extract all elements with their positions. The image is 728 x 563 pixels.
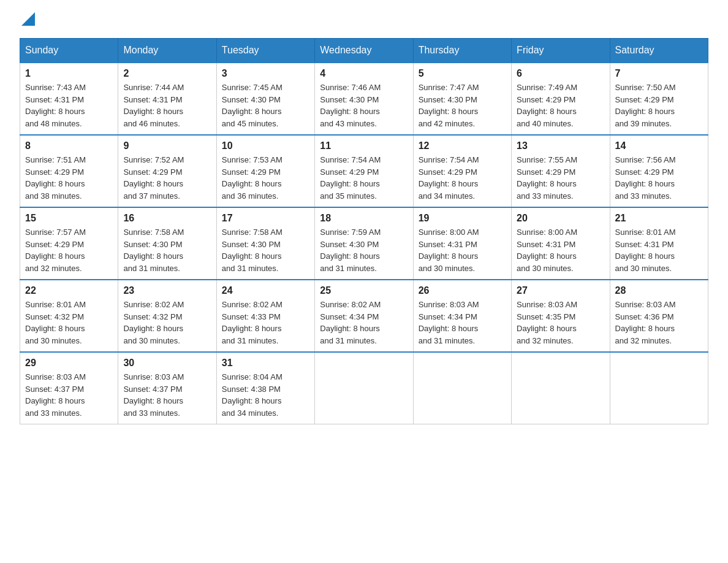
day-info: Sunrise: 8:01 AM Sunset: 4:31 PM Dayligh…: [615, 226, 703, 274]
calendar-day-cell: 14 Sunrise: 7:56 AM Sunset: 4:29 PM Dayl…: [610, 135, 708, 207]
day-info: Sunrise: 8:03 AM Sunset: 4:37 PM Dayligh…: [25, 371, 113, 419]
day-info: Sunrise: 8:00 AM Sunset: 4:31 PM Dayligh…: [419, 226, 506, 274]
day-info: Sunrise: 8:03 AM Sunset: 4:35 PM Dayligh…: [517, 299, 604, 347]
day-number: 30: [123, 358, 211, 369]
calendar-day-cell: 30 Sunrise: 8:03 AM Sunset: 4:37 PM Dayl…: [118, 352, 216, 424]
day-info: Sunrise: 7:43 AM Sunset: 4:31 PM Dayligh…: [25, 82, 113, 129]
calendar-day-cell: 8 Sunrise: 7:51 AM Sunset: 4:29 PM Dayli…: [20, 135, 118, 207]
calendar-day-cell: 21 Sunrise: 8:01 AM Sunset: 4:31 PM Dayl…: [610, 207, 708, 280]
calendar-day-cell: 17 Sunrise: 7:58 AM Sunset: 4:30 PM Dayl…: [216, 207, 314, 280]
day-info: Sunrise: 7:58 AM Sunset: 4:30 PM Dayligh…: [222, 226, 309, 274]
calendar-day-cell: 5 Sunrise: 7:47 AM Sunset: 4:30 PM Dayli…: [413, 63, 511, 135]
logo: [20, 15, 35, 26]
day-of-week-header: Saturday: [610, 39, 708, 63]
day-number: 1: [25, 68, 113, 79]
calendar-day-cell: [512, 352, 610, 424]
calendar-day-cell: 4 Sunrise: 7:46 AM Sunset: 4:30 PM Dayli…: [315, 63, 413, 135]
day-number: 18: [320, 213, 408, 224]
day-number: 5: [419, 68, 506, 79]
day-number: 13: [517, 140, 604, 151]
calendar-day-cell: 25 Sunrise: 8:02 AM Sunset: 4:34 PM Dayl…: [315, 280, 413, 352]
day-number: 26: [419, 285, 506, 296]
calendar-day-cell: 16 Sunrise: 7:58 AM Sunset: 4:30 PM Dayl…: [118, 207, 216, 280]
day-info: Sunrise: 7:59 AM Sunset: 4:30 PM Dayligh…: [320, 226, 408, 274]
day-number: 3: [222, 68, 309, 79]
calendar-day-cell: 29 Sunrise: 8:03 AM Sunset: 4:37 PM Dayl…: [20, 352, 118, 424]
day-number: 25: [320, 285, 408, 296]
day-number: 17: [222, 213, 309, 224]
day-number: 22: [25, 285, 113, 296]
day-number: 4: [320, 68, 408, 79]
day-info: Sunrise: 7:58 AM Sunset: 4:30 PM Dayligh…: [123, 226, 211, 274]
calendar-day-cell: 10 Sunrise: 7:53 AM Sunset: 4:29 PM Dayl…: [216, 135, 314, 207]
calendar-day-cell: 9 Sunrise: 7:52 AM Sunset: 4:29 PM Dayli…: [118, 135, 216, 207]
calendar-day-cell: 1 Sunrise: 7:43 AM Sunset: 4:31 PM Dayli…: [20, 63, 118, 135]
day-info: Sunrise: 8:01 AM Sunset: 4:32 PM Dayligh…: [25, 299, 113, 347]
calendar-day-cell: 26 Sunrise: 8:03 AM Sunset: 4:34 PM Dayl…: [413, 280, 511, 352]
day-info: Sunrise: 7:57 AM Sunset: 4:29 PM Dayligh…: [25, 226, 113, 274]
day-number: 21: [615, 213, 703, 224]
svg-marker-0: [21, 12, 35, 26]
calendar-day-cell: 27 Sunrise: 8:03 AM Sunset: 4:35 PM Dayl…: [512, 280, 610, 352]
day-number: 15: [25, 213, 113, 224]
calendar-day-cell: 11 Sunrise: 7:54 AM Sunset: 4:29 PM Dayl…: [315, 135, 413, 207]
calendar-day-cell: 24 Sunrise: 8:02 AM Sunset: 4:33 PM Dayl…: [216, 280, 314, 352]
day-of-week-header: Friday: [512, 39, 610, 63]
day-of-week-header: Tuesday: [216, 39, 314, 63]
day-info: Sunrise: 8:00 AM Sunset: 4:31 PM Dayligh…: [517, 226, 604, 274]
calendar-week-row: 1 Sunrise: 7:43 AM Sunset: 4:31 PM Dayli…: [20, 63, 708, 135]
calendar-day-cell: 28 Sunrise: 8:03 AM Sunset: 4:36 PM Dayl…: [610, 280, 708, 352]
day-info: Sunrise: 8:02 AM Sunset: 4:34 PM Dayligh…: [320, 299, 408, 347]
calendar-day-cell: 13 Sunrise: 7:55 AM Sunset: 4:29 PM Dayl…: [512, 135, 610, 207]
calendar-week-row: 8 Sunrise: 7:51 AM Sunset: 4:29 PM Dayli…: [20, 135, 708, 207]
day-number: 31: [222, 358, 309, 369]
calendar-day-cell: 15 Sunrise: 7:57 AM Sunset: 4:29 PM Dayl…: [20, 207, 118, 280]
calendar-week-row: 15 Sunrise: 7:57 AM Sunset: 4:29 PM Dayl…: [20, 207, 708, 280]
day-number: 9: [123, 140, 211, 151]
day-info: Sunrise: 7:46 AM Sunset: 4:30 PM Dayligh…: [320, 82, 408, 129]
calendar-day-cell: 22 Sunrise: 8:01 AM Sunset: 4:32 PM Dayl…: [20, 280, 118, 352]
day-number: 7: [615, 68, 703, 79]
calendar-day-cell: 3 Sunrise: 7:45 AM Sunset: 4:30 PM Dayli…: [216, 63, 314, 135]
page-header: [20, 15, 708, 26]
calendar-day-cell: 31 Sunrise: 8:04 AM Sunset: 4:38 PM Dayl…: [216, 352, 314, 424]
day-of-week-header: Sunday: [20, 39, 118, 63]
calendar-day-cell: 6 Sunrise: 7:49 AM Sunset: 4:29 PM Dayli…: [512, 63, 610, 135]
day-info: Sunrise: 7:47 AM Sunset: 4:30 PM Dayligh…: [419, 82, 506, 129]
day-number: 10: [222, 140, 309, 151]
day-info: Sunrise: 8:03 AM Sunset: 4:36 PM Dayligh…: [615, 299, 703, 347]
day-of-week-header: Thursday: [413, 39, 511, 63]
day-number: 27: [517, 285, 604, 296]
day-number: 12: [419, 140, 506, 151]
day-number: 14: [615, 140, 703, 151]
day-number: 6: [517, 68, 604, 79]
day-number: 29: [25, 358, 113, 369]
day-number: 23: [123, 285, 211, 296]
day-of-week-header: Monday: [118, 39, 216, 63]
day-info: Sunrise: 7:50 AM Sunset: 4:29 PM Dayligh…: [615, 82, 703, 129]
calendar-week-row: 22 Sunrise: 8:01 AM Sunset: 4:32 PM Dayl…: [20, 280, 708, 352]
day-info: Sunrise: 8:04 AM Sunset: 4:38 PM Dayligh…: [222, 371, 309, 419]
day-number: 16: [123, 213, 211, 224]
logo-triangle-icon: [21, 12, 35, 26]
calendar-day-cell: 18 Sunrise: 7:59 AM Sunset: 4:30 PM Dayl…: [315, 207, 413, 280]
calendar-day-cell: 19 Sunrise: 8:00 AM Sunset: 4:31 PM Dayl…: [413, 207, 511, 280]
day-info: Sunrise: 7:54 AM Sunset: 4:29 PM Dayligh…: [320, 154, 408, 202]
day-info: Sunrise: 7:53 AM Sunset: 4:29 PM Dayligh…: [222, 154, 309, 202]
day-number: 20: [517, 213, 604, 224]
day-info: Sunrise: 7:45 AM Sunset: 4:30 PM Dayligh…: [222, 82, 309, 129]
calendar-day-cell: 2 Sunrise: 7:44 AM Sunset: 4:31 PM Dayli…: [118, 63, 216, 135]
day-number: 19: [419, 213, 506, 224]
calendar-day-cell: [315, 352, 413, 424]
day-info: Sunrise: 7:54 AM Sunset: 4:29 PM Dayligh…: [419, 154, 506, 202]
day-of-week-header: Wednesday: [315, 39, 413, 63]
calendar-day-cell: 7 Sunrise: 7:50 AM Sunset: 4:29 PM Dayli…: [610, 63, 708, 135]
calendar-day-cell: 20 Sunrise: 8:00 AM Sunset: 4:31 PM Dayl…: [512, 207, 610, 280]
calendar-day-cell: 12 Sunrise: 7:54 AM Sunset: 4:29 PM Dayl…: [413, 135, 511, 207]
day-info: Sunrise: 7:51 AM Sunset: 4:29 PM Dayligh…: [25, 154, 113, 202]
day-info: Sunrise: 7:52 AM Sunset: 4:29 PM Dayligh…: [123, 154, 211, 202]
day-info: Sunrise: 8:02 AM Sunset: 4:33 PM Dayligh…: [222, 299, 309, 347]
day-info: Sunrise: 8:02 AM Sunset: 4:32 PM Dayligh…: [123, 299, 211, 347]
day-info: Sunrise: 8:03 AM Sunset: 4:34 PM Dayligh…: [419, 299, 506, 347]
calendar-day-cell: [413, 352, 511, 424]
